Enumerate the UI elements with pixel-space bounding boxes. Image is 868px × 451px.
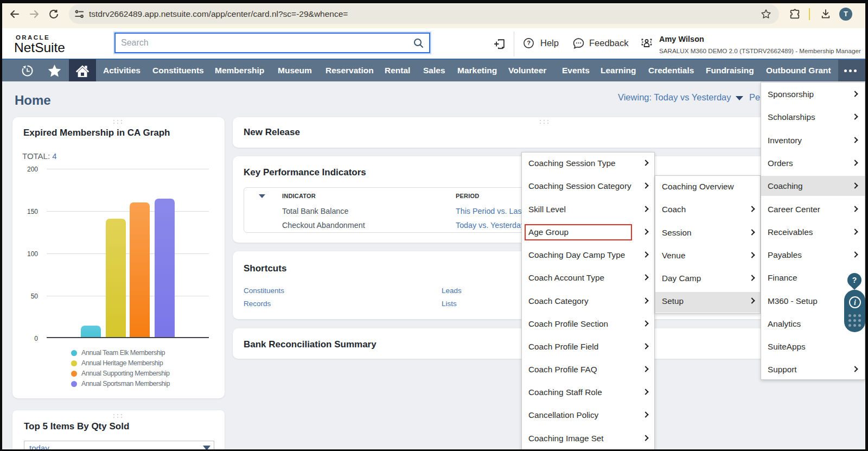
svg-text:?: ?	[527, 40, 531, 46]
